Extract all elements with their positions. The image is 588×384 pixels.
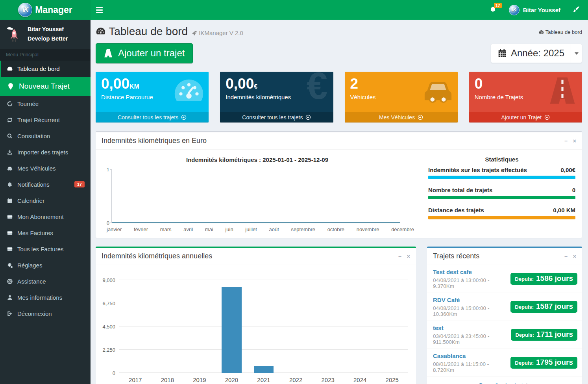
stat-line: Indemnités sur les trajets effectués0,00… <box>428 167 575 173</box>
statistics-block: Statistiques Indemnités sur les trajets … <box>424 154 576 232</box>
app-logo[interactable]: IK Manager <box>0 0 91 20</box>
sidebar-item-mes-informations[interactable]: Mes informations <box>0 289 91 306</box>
line-chart-title: Indemnités kilométriques : 2025-01-01 - … <box>100 156 414 163</box>
sidebar-item-label: Réglages <box>17 262 42 269</box>
sidebar-item-trajet-recurrent[interactable]: Trajet Récurrent <box>0 112 91 128</box>
badge-prefix: Depuis: <box>515 276 534 282</box>
euro-panel-title: Indemnités kilométriques en Euro <box>102 137 207 145</box>
sidebar-item-reglages[interactable]: Réglages <box>0 257 91 273</box>
sidebar-item-mes-vehicules[interactable]: Mes Véhicules <box>0 160 91 176</box>
trip-name-link[interactable]: Test dest cafe <box>433 269 472 275</box>
sidebar-item-label: Mon Abonnement <box>17 213 64 220</box>
trip-info: Test dest cafe04/08/2021 à 13:00:00 - 9.… <box>433 269 510 289</box>
sidebar-item-importer-des-trajets[interactable]: Importer des trajets <box>0 144 91 160</box>
add-trip-button[interactable]: Ajouter un trajet <box>96 43 193 63</box>
bar-column-2019 <box>183 280 216 373</box>
y-axis-tick-label: 0 <box>113 370 115 376</box>
sidebar-item-mes-factures[interactable]: Mes Factures <box>0 225 91 241</box>
trip-list-item: Casablanca08/01/2021 à 11:15:00 - 8.720K… <box>427 349 582 377</box>
stat-label: Indemnités sur les trajets effectués <box>428 167 527 173</box>
info-box-footer-label: Consulter tous les trajets <box>118 114 178 121</box>
sidebar-item-calendrier[interactable]: Calendrier <box>0 193 91 209</box>
trip-details: 04/08/2021 à 13:00:00 - 9.370Km <box>433 277 510 289</box>
calendar-icon <box>497 48 507 58</box>
badge-value: 1587 jours <box>536 302 573 310</box>
user-menu[interactable]: IK Bitar Youssef <box>509 5 560 15</box>
close-button[interactable]: × <box>407 253 410 260</box>
x-axis-label: juin <box>225 226 233 232</box>
trip-name-link[interactable]: RDV Café <box>433 297 460 303</box>
bar-column-2024 <box>344 280 376 373</box>
sidebar-item-tournee[interactable]: Tournée <box>0 96 91 112</box>
sidebar-item-consultation[interactable]: Consultation <box>0 128 91 144</box>
badge-prefix: Depuis: <box>515 332 534 338</box>
monthly-line-chart: Indemnités kilométriques : 2025-01-01 - … <box>100 154 424 232</box>
sidebar-item-notifications[interactable]: Notifications17 <box>0 176 91 193</box>
trip-name-link[interactable]: Casablanca <box>433 352 466 359</box>
trip-details: 04/08/2021 à 15:00:00 - 10.360Km <box>433 305 510 317</box>
info-box-body: 0Nombre de Trajets <box>469 72 582 100</box>
info-box-footer-label: Consulter tous les trajets <box>242 114 303 121</box>
repeat-icon <box>6 117 14 123</box>
arrowc-icon <box>181 115 187 120</box>
minimize-button[interactable]: − <box>564 138 568 144</box>
close-button[interactable]: × <box>573 253 576 260</box>
annual-panel-title: Indemnités kilométriques annuelles <box>102 252 212 260</box>
year-dropdown-caret[interactable] <box>571 44 582 63</box>
trip-info: Casablanca08/01/2021 à 11:15:00 - 8.720K… <box>433 352 510 373</box>
sidebar-item-assistance[interactable]: Assistance <box>0 273 91 289</box>
year-selector[interactable]: Année: 2025 <box>491 44 582 63</box>
x-axis-label: avril <box>183 226 193 232</box>
x-axis-label: novembre <box>357 226 379 232</box>
year-label: Année: 2025 <box>511 48 564 59</box>
x-axis-label: mai <box>205 226 213 232</box>
rocket-avatar <box>6 25 23 43</box>
view-trips-link[interactable]: Consulter les trajets <box>479 382 531 384</box>
minimize-button[interactable]: − <box>398 253 401 260</box>
top-navbar: IK Manager 17 IK Bitar Youssef <box>0 0 588 20</box>
info-box-indemnites-kilometriques: 0,00€Indemnités kilométriques€Consulter … <box>220 72 333 122</box>
y-axis-tick-label: 6,750 <box>102 301 115 306</box>
trip-list-item: RDV Café04/08/2021 à 15:00:00 - 10.360Km… <box>427 293 582 321</box>
page-title: Tableau de bord <box>96 25 188 38</box>
menu-section-label: Menu Principal <box>0 49 91 61</box>
info-box-body: 0,00KMDistance Parcourue <box>96 72 209 100</box>
stat-value: 0,00 KM <box>553 207 575 213</box>
y-axis-tick-label: 9,000 <box>102 277 115 283</box>
trip-name-link[interactable]: test <box>433 325 444 331</box>
x-axis-label: 2023 <box>312 377 344 383</box>
close-button[interactable]: × <box>573 138 576 144</box>
arrowc-icon <box>305 115 311 120</box>
info-box-footer-link[interactable]: Ajouter un Trajet <box>469 112 582 122</box>
trip-info: test03/04/2021 à 23:45:00 - 911.500Km <box>433 325 511 345</box>
stat-label: Distance des trajets <box>428 207 484 213</box>
stat-progress-bar <box>428 176 575 179</box>
card-icon <box>6 230 14 236</box>
badge-value: 1711 jours <box>536 330 573 338</box>
trip-days-badge: Depuis:1586 jours <box>510 273 577 285</box>
info-box-footer-link[interactable]: Mes Véhicules <box>345 112 458 122</box>
notifications-button[interactable]: 17 <box>487 4 499 15</box>
sidebar-item-tableau-de-bord[interactable]: Tableau de bord <box>0 61 91 77</box>
x-axis-label: 2022 <box>280 377 312 383</box>
info-box-footer-link[interactable]: Consulter tous les trajets <box>220 112 333 122</box>
sidebar-item-label: Trajet Récurrent <box>17 117 60 123</box>
info-box-value: 0,00 <box>226 76 254 92</box>
stat-row-nombre-total-de-trajets: Nombre total de trajets0 <box>428 187 575 199</box>
x-axis-label: 2017 <box>119 377 152 383</box>
euro-panel: Indemnités kilométriques en Euro − × Ind… <box>96 131 582 238</box>
sidebar-item-tous-les-factures[interactable]: Tous les Factures <box>0 241 91 257</box>
trip-info: RDV Café04/08/2021 à 15:00:00 - 10.360Km <box>433 297 510 317</box>
sidebar-toggle-button[interactable] <box>96 0 112 20</box>
sidebar-item-deconnexion[interactable]: Déconnexion <box>0 306 91 322</box>
breadcrumb[interactable]: Tableau de bord <box>539 29 582 35</box>
y-axis-tick <box>110 169 112 170</box>
sidebar-item-nouveau-trajet[interactable]: Nouveau Trajet <box>0 77 91 96</box>
info-box-footer-link[interactable]: Consulter tous les trajets <box>96 112 209 122</box>
minimize-button[interactable]: − <box>564 253 568 260</box>
sidebar-item-mon-abonnement[interactable]: Mon Abonnement <box>0 209 91 225</box>
theme-brush-button[interactable] <box>571 4 582 15</box>
chevron-down-icon <box>575 52 579 55</box>
sidebar-item-label: Tous les Factures <box>17 246 64 252</box>
sidebar-user-panel: Bitar Youssef Develop Better <box>0 20 91 49</box>
